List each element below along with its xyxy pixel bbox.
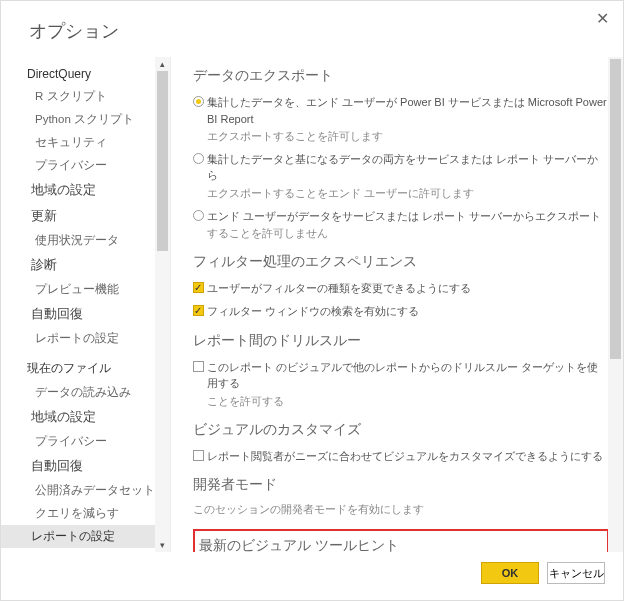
- radio-icon: [193, 210, 204, 221]
- highlight-box: 最新のビジュアル ツールヒント ドリル アクションと更新されたスタイルを持つ最新…: [193, 529, 609, 552]
- scroll-up-icon[interactable]: ▴: [157, 57, 168, 71]
- sidebar-item[interactable]: R スクリプト: [27, 85, 170, 108]
- check-filter-search[interactable]: フィルター ウィンドウの検索を有効にする: [193, 300, 609, 324]
- sidebar-item[interactable]: 診断: [27, 252, 170, 278]
- radio-icon: [193, 153, 204, 164]
- content-pane: データのエクスポート 集計したデータを、エンド ユーザーが Power BI サ…: [171, 57, 623, 552]
- sidebar-item[interactable]: プレビュー機能: [27, 278, 170, 301]
- section-customize: ビジュアルのカスタマイズ: [193, 413, 609, 445]
- dialog-footer: OK キャンセル: [1, 552, 623, 584]
- scroll-thumb[interactable]: [157, 71, 168, 251]
- option-sub: ことを許可する: [207, 392, 609, 410]
- section-export: データのエクスポート: [193, 59, 609, 91]
- scroll-thumb[interactable]: [610, 59, 621, 359]
- option-sub: することを許可しません: [207, 224, 609, 242]
- sidebar-category-directquery: DirectQuery: [27, 57, 170, 85]
- radio-export-summarized[interactable]: 集計したデータを、エンド ユーザーが Power BI サービスまたは Micr…: [193, 91, 609, 148]
- option-label: ユーザーがフィルターの種類を変更できるようにする: [207, 280, 609, 297]
- option-label: このレポート のビジュアルで他のレポートからのドリルスルー ターゲットを使用する: [207, 361, 598, 390]
- option-label: レポート閲覧者がニーズに合わせてビジュアルをカスタマイズできるようにする: [207, 448, 609, 465]
- sidebar-category-currentfile: 現在のファイル: [27, 350, 170, 381]
- sidebar-item[interactable]: 地域の設定: [27, 177, 170, 203]
- radio-export-all[interactable]: 集計したデータと基になるデータの両方をサービスまたは レポート サーバーからエク…: [193, 148, 609, 205]
- option-label: 集計したデータと基になるデータの両方をサービスまたは レポート サーバーから: [207, 153, 598, 182]
- sidebar-item[interactable]: データの読み込み: [27, 381, 170, 404]
- close-icon[interactable]: ✕: [596, 9, 609, 28]
- option-sub: エクスポートすることをエンド ユーザーに許可します: [207, 184, 609, 202]
- checkbox-icon: [193, 282, 204, 293]
- sidebar-item[interactable]: 公開済みデータセット...: [27, 479, 170, 502]
- sidebar-item[interactable]: 更新: [27, 203, 170, 229]
- check-cross-report-drill[interactable]: このレポート のビジュアルで他のレポートからのドリルスルー ターゲットを使用する…: [193, 356, 609, 413]
- sidebar-item[interactable]: レポートの設定: [27, 327, 170, 350]
- sidebar-item[interactable]: プライバシー: [27, 154, 170, 177]
- checkbox-icon: [193, 361, 204, 372]
- radio-icon: [193, 96, 204, 107]
- option-label: 集計したデータを、エンド ユーザーが Power BI サービスまたは Micr…: [207, 96, 607, 125]
- check-personalize-visuals[interactable]: レポート閲覧者がニーズに合わせてビジュアルをカスタマイズできるようにする: [193, 445, 609, 469]
- cancel-button[interactable]: キャンセル: [547, 562, 605, 584]
- sidebar-item[interactable]: クエリを減らす: [27, 502, 170, 525]
- section-modern-tooltip: 最新のビジュアル ツールヒント: [199, 535, 603, 552]
- sidebar-item[interactable]: 使用状況データ: [27, 229, 170, 252]
- sidebar-item[interactable]: 地域の設定: [27, 404, 170, 430]
- sidebar-item[interactable]: プライバシー: [27, 430, 170, 453]
- section-devmode: 開発者モード: [193, 468, 609, 500]
- sidebar-item-report-settings[interactable]: レポートの設定: [1, 525, 170, 548]
- option-label: エンド ユーザーがデータをサービスまたは レポート サーバーからエクスポート: [207, 210, 601, 222]
- ok-button[interactable]: OK: [481, 562, 539, 584]
- checkbox-icon: [193, 305, 204, 316]
- section-filter: フィルター処理のエクスペリエンス: [193, 245, 609, 277]
- scroll-down-icon[interactable]: ▾: [157, 538, 168, 552]
- checkbox-icon: [193, 450, 204, 461]
- radio-export-none[interactable]: エンド ユーザーがデータをサービスまたは レポート サーバーからエクスポートする…: [193, 205, 609, 245]
- sidebar-item[interactable]: Python スクリプト: [27, 108, 170, 131]
- sidebar-item[interactable]: 自動回復: [27, 301, 170, 327]
- check-filter-type[interactable]: ユーザーがフィルターの種類を変更できるようにする: [193, 277, 609, 301]
- sidebar-item[interactable]: セキュリティ: [27, 131, 170, 154]
- devmode-desc: このセッションの開発者モードを有効にします: [193, 500, 609, 523]
- sidebar-scrollbar[interactable]: ▴ ▾: [155, 57, 170, 552]
- sidebar: DirectQuery R スクリプト Python スクリプト セキュリティ …: [1, 57, 171, 552]
- sidebar-item[interactable]: 自動回復: [27, 453, 170, 479]
- section-drillthrough: レポート間のドリルスルー: [193, 324, 609, 356]
- content-scrollbar[interactable]: [608, 57, 623, 552]
- option-sub: エクスポートすることを許可します: [207, 127, 609, 145]
- dialog-title: オプション: [1, 19, 623, 57]
- option-label: フィルター ウィンドウの検索を有効にする: [207, 303, 609, 320]
